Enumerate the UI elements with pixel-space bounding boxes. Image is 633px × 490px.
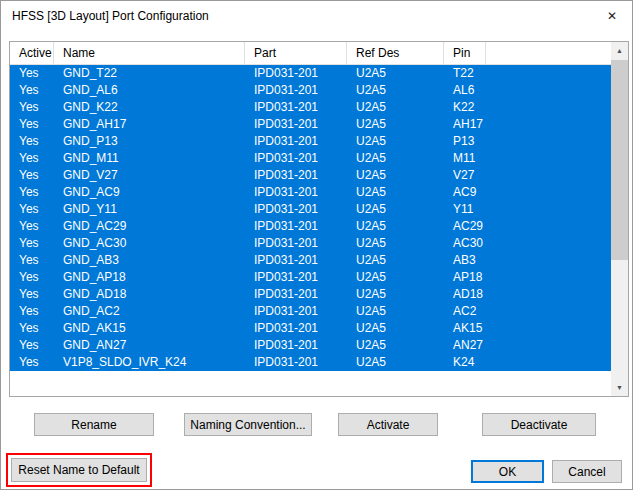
cell-active: Yes — [10, 235, 54, 252]
ok-button[interactable]: OK — [471, 460, 544, 483]
port-configuration-dialog: HFSS [3D Layout] Port Configuration ✕ Ac… — [0, 0, 633, 490]
cell-refdes: U2A5 — [347, 99, 444, 116]
dialog-title: HFSS [3D Layout] Port Configuration — [12, 9, 209, 23]
cell-active: Yes — [10, 65, 54, 82]
cell-spacer — [486, 354, 611, 371]
cell-pin: AD18 — [444, 286, 486, 303]
cell-name: GND_AP18 — [54, 269, 245, 286]
table-row[interactable]: Yes GND_Y11 IPD031-201 U2A5 Y11 — [10, 201, 611, 218]
cell-spacer — [486, 167, 611, 184]
activate-button[interactable]: Activate — [338, 413, 438, 436]
annotation-highlight: Reset Name to Default — [6, 453, 152, 487]
column-header-part[interactable]: Part — [245, 42, 347, 64]
cell-pin: AN27 — [444, 337, 486, 354]
table-row[interactable]: Yes GND_AD18 IPD031-201 U2A5 AD18 — [10, 286, 611, 303]
cell-name: GND_M11 — [54, 150, 245, 167]
table-row[interactable]: Yes GND_AH17 IPD031-201 U2A5 AH17 — [10, 116, 611, 133]
table-row[interactable]: Yes GND_AB3 IPD031-201 U2A5 AB3 — [10, 252, 611, 269]
cell-part: IPD031-201 — [245, 286, 347, 303]
cell-spacer — [486, 116, 611, 133]
table-row[interactable]: Yes GND_AL6 IPD031-201 U2A5 AL6 — [10, 82, 611, 99]
cell-pin: AK15 — [444, 320, 486, 337]
cell-pin: AC29 — [444, 218, 486, 235]
cell-pin: K24 — [444, 354, 486, 371]
cell-active: Yes — [10, 201, 54, 218]
cell-name: GND_AC2 — [54, 303, 245, 320]
cell-pin: AP18 — [444, 269, 486, 286]
table-row[interactable]: Yes GND_K22 IPD031-201 U2A5 K22 — [10, 99, 611, 116]
table-row[interactable]: Yes GND_AN27 IPD031-201 U2A5 AN27 — [10, 337, 611, 354]
cell-part: IPD031-201 — [245, 354, 347, 371]
cell-refdes: U2A5 — [347, 65, 444, 82]
cell-spacer — [486, 184, 611, 201]
cell-pin: Y11 — [444, 201, 486, 218]
cell-spacer — [486, 337, 611, 354]
cell-name: GND_AC9 — [54, 184, 245, 201]
cell-spacer — [486, 252, 611, 269]
cell-part: IPD031-201 — [245, 218, 347, 235]
cell-active: Yes — [10, 354, 54, 371]
cell-pin: AC30 — [444, 235, 486, 252]
cell-spacer — [486, 269, 611, 286]
table-row[interactable]: Yes GND_M11 IPD031-201 U2A5 M11 — [10, 150, 611, 167]
table-row[interactable]: Yes GND_AC29 IPD031-201 U2A5 AC29 — [10, 218, 611, 235]
rename-button[interactable]: Rename — [34, 413, 154, 436]
cell-part: IPD031-201 — [245, 320, 347, 337]
cell-active: Yes — [10, 269, 54, 286]
cell-refdes: U2A5 — [347, 235, 444, 252]
titlebar: HFSS [3D Layout] Port Configuration ✕ — [1, 1, 632, 31]
cell-part: IPD031-201 — [245, 201, 347, 218]
cell-refdes: U2A5 — [347, 354, 444, 371]
cell-part: IPD031-201 — [245, 150, 347, 167]
vertical-scrollbar[interactable]: ▲ ▼ — [611, 42, 628, 396]
cell-refdes: U2A5 — [347, 116, 444, 133]
scrollbar-up-arrow[interactable]: ▲ — [611, 42, 628, 59]
cancel-button[interactable]: Cancel — [552, 460, 622, 483]
cell-part: IPD031-201 — [245, 167, 347, 184]
table-row[interactable]: Yes GND_AP18 IPD031-201 U2A5 AP18 — [10, 269, 611, 286]
cell-active: Yes — [10, 286, 54, 303]
column-header-refdes[interactable]: Ref Des — [347, 42, 444, 64]
cell-refdes: U2A5 — [347, 269, 444, 286]
cell-part: IPD031-201 — [245, 82, 347, 99]
cell-active: Yes — [10, 184, 54, 201]
cell-pin: K22 — [444, 99, 486, 116]
close-icon[interactable]: ✕ — [592, 1, 632, 31]
table-row[interactable]: Yes GND_AC2 IPD031-201 U2A5 AC2 — [10, 303, 611, 320]
cell-name: GND_V27 — [54, 167, 245, 184]
scrollbar-down-arrow[interactable]: ▼ — [611, 379, 628, 396]
table-row[interactable]: Yes GND_AC9 IPD031-201 U2A5 AC9 — [10, 184, 611, 201]
column-header-active[interactable]: Active — [10, 42, 54, 64]
table-row[interactable]: Yes GND_T22 IPD031-201 U2A5 T22 — [10, 65, 611, 82]
cell-spacer — [486, 65, 611, 82]
table-row[interactable]: Yes GND_AK15 IPD031-201 U2A5 AK15 — [10, 320, 611, 337]
cell-refdes: U2A5 — [347, 184, 444, 201]
cell-name: GND_K22 — [54, 99, 245, 116]
naming-convention-button[interactable]: Naming Convention... — [184, 413, 312, 436]
port-table: Active Name Part Ref Des Pin Yes GND_T22… — [9, 41, 629, 397]
cell-pin: V27 — [444, 167, 486, 184]
reset-name-to-default-button[interactable]: Reset Name to Default — [11, 458, 147, 482]
scrollbar-thumb[interactable] — [611, 60, 628, 260]
deactivate-button[interactable]: Deactivate — [482, 413, 596, 436]
cell-refdes: U2A5 — [347, 252, 444, 269]
column-header-name[interactable]: Name — [54, 42, 245, 64]
cell-name: GND_P13 — [54, 133, 245, 150]
cell-name: GND_AK15 — [54, 320, 245, 337]
table-row[interactable]: Yes GND_V27 IPD031-201 U2A5 V27 — [10, 167, 611, 184]
cell-refdes: U2A5 — [347, 133, 444, 150]
cell-name: GND_AL6 — [54, 82, 245, 99]
cell-name: GND_AN27 — [54, 337, 245, 354]
cell-refdes: U2A5 — [347, 82, 444, 99]
table-row[interactable]: Yes V1P8_SLDO_IVR_K24 IPD031-201 U2A5 K2… — [10, 354, 611, 371]
table-row[interactable]: Yes GND_AC30 IPD031-201 U2A5 AC30 — [10, 235, 611, 252]
column-header-pin[interactable]: Pin — [444, 42, 486, 64]
cell-part: IPD031-201 — [245, 116, 347, 133]
cell-name: GND_AC29 — [54, 218, 245, 235]
cell-spacer — [486, 133, 611, 150]
cell-spacer — [486, 201, 611, 218]
cell-part: IPD031-201 — [245, 99, 347, 116]
cell-spacer — [486, 150, 611, 167]
table-row[interactable]: Yes GND_P13 IPD031-201 U2A5 P13 — [10, 133, 611, 150]
cell-refdes: U2A5 — [347, 286, 444, 303]
